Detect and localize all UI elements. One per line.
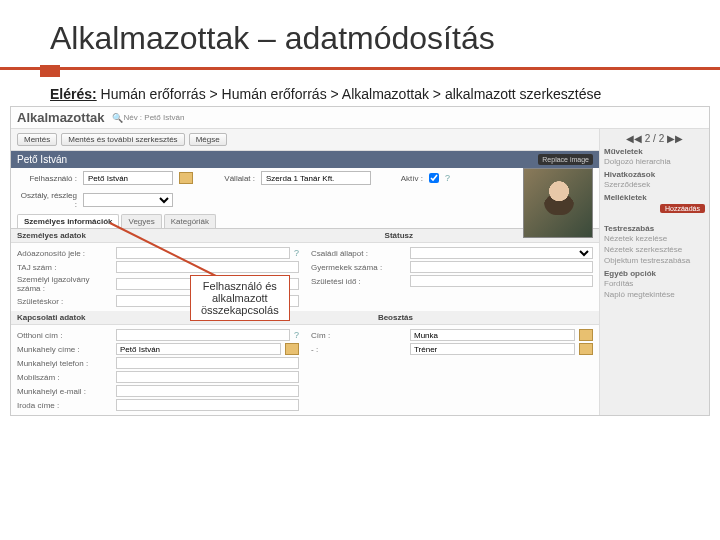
company-label: Vállalat : [215,174,255,183]
workaddr-field[interactable] [116,343,281,355]
coach-field[interactable] [410,343,575,355]
help-icon[interactable]: ? [294,330,299,340]
marital-label: Családi állapot : [311,249,406,258]
ssn-label: TAJ szám : [17,263,112,272]
job-field[interactable] [410,329,575,341]
tabs: Személyes információk Vegyes Kategóriák [11,214,599,229]
employee-name: Pető István [17,154,67,165]
toolbar: Mentés Mentés és további szerkesztés Még… [11,129,599,151]
sec-status-label: Státusz [385,231,413,240]
active-checkbox[interactable] [429,173,439,183]
sec-position-label: Beosztás [378,313,413,322]
worktel-field[interactable] [116,357,299,369]
dept-label: Osztály, részleg : [17,191,77,209]
maiden-label: Születéskor : [17,297,112,306]
folder-icon[interactable] [579,343,593,355]
side-other: Egyéb opciók [604,269,705,278]
mobile-label: Mobilszám : [17,373,112,382]
user-field[interactable] [83,171,173,185]
avatar[interactable] [523,168,593,238]
side-links: Hivatkozások [604,170,705,179]
callout-line3: összekapcsolás [201,304,279,316]
workemail-field[interactable] [116,385,299,397]
replace-image-button[interactable]: Replace image [538,154,593,165]
pager[interactable]: ◀◀ 2 / 2 ▶▶ [604,133,705,144]
section-contact: Kapcsolati adatok Beosztás [11,311,599,325]
tax-label: Adóazonosító jele : [17,249,112,258]
tab-categories[interactable]: Kategóriák [164,214,216,228]
folder-icon[interactable] [179,172,193,184]
callout-line1: Felhasználó és [201,280,279,292]
help-icon[interactable]: ? [294,248,299,258]
folder-icon[interactable] [579,329,593,341]
idnum-label: Személyi igazolvány száma : [17,275,112,293]
side-t1[interactable]: Nézetek kezelése [604,233,705,244]
callout: Felhasználó és alkalmazott összekapcsolá… [190,275,290,321]
home-label: Otthoni cím : [17,331,112,340]
app-window: Alkalmazottak 🔍 Név : Pető István Mentés… [10,106,710,416]
children-label: Gyermekek száma : [311,263,406,272]
side-o1[interactable]: Fordítás [604,278,705,289]
side-ops: Műveletek [604,147,705,156]
add-attachment-button[interactable]: Hozzáadás [660,204,705,213]
search-icon: 🔍 [112,113,123,123]
side-custom: Testreszabás [604,224,705,233]
sec-contact-label: Kapcsolati adatok [17,313,85,322]
slide-title: Alkalmazottak – adatmódosítás [0,0,720,63]
side-t2[interactable]: Nézetek szerkesztése [604,244,705,255]
sidebar: ◀◀ 2 / 2 ▶▶ Műveletek Dolgozó hierarchia… [599,129,709,415]
workaddr-label: Munkahely címe : [17,345,112,354]
children-field[interactable] [410,261,593,273]
office-label: Iroda címe : [17,401,112,410]
accent-square [40,65,60,77]
folder-icon[interactable] [285,343,299,355]
path-value: Humán erőforrás > Humán erőforrás > Alka… [101,86,602,102]
side-t3[interactable]: Objektum testreszabása [604,255,705,266]
callout-line2: alkalmazott [201,292,279,304]
mobile-field[interactable] [116,371,299,383]
side-links-1[interactable]: Szerződések [604,179,705,190]
birthdate-label: Születési idő : [311,277,406,286]
ssn-field[interactable] [116,261,299,273]
marital-select[interactable] [410,247,593,259]
app-header: Alkalmazottak 🔍 Név : Pető István [11,107,709,129]
coach-label: - : [311,345,406,354]
birthdate-field[interactable] [410,275,593,287]
office-field[interactable] [116,399,299,411]
help-icon[interactable]: ? [445,173,450,183]
section-personal: Személyes adatok Státusz [11,229,599,243]
company-field[interactable] [261,171,371,185]
home-field[interactable] [116,329,290,341]
name-bar: Pető István Replace image [11,151,599,168]
dept-select[interactable] [83,193,173,207]
cancel-button[interactable]: Mégse [189,133,227,146]
save-button[interactable]: Mentés [17,133,57,146]
job-label: Cím : [311,331,406,340]
crumb: Név : Pető István [123,113,184,122]
tab-personal[interactable]: Személyes információk [17,214,119,228]
side-att: Mellékletek [604,193,705,202]
active-label: Aktív : [393,174,423,183]
side-o2[interactable]: Napló megtekintése [604,289,705,300]
user-label: Felhasználó : [17,174,77,183]
worktel-label: Munkahelyi telefon : [17,359,112,368]
tax-field[interactable] [116,247,290,259]
side-ops-1[interactable]: Dolgozó hierarchia [604,156,705,167]
breadcrumb: Elérés: Humán erőforrás > Humán erőforrá… [0,70,720,106]
sec-personal-label: Személyes adatok [17,231,86,240]
path-label: Elérés: [50,86,97,102]
save-continue-button[interactable]: Mentés és további szerkesztés [61,133,184,146]
page-title: Alkalmazottak [17,110,104,125]
tab-misc[interactable]: Vegyes [121,214,161,228]
workemail-label: Munkahelyi e-mail : [17,387,112,396]
